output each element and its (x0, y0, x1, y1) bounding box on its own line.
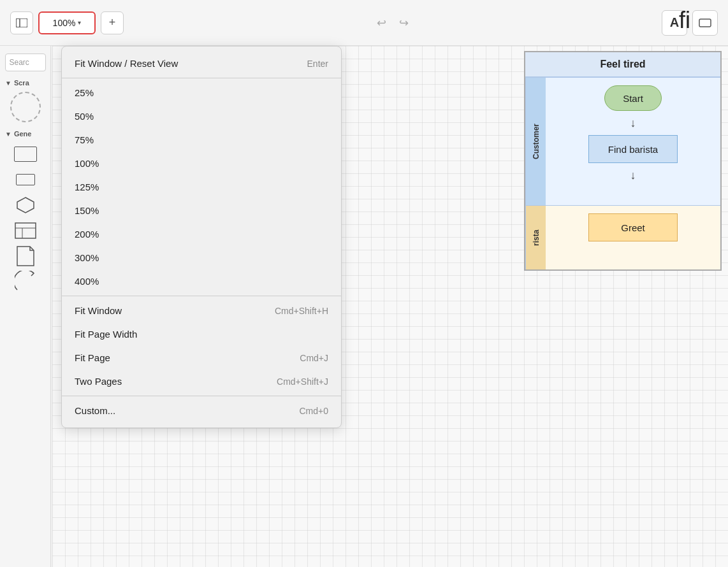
rectangle-sm-shape-icon (16, 174, 35, 185)
toolbar: 100% ▾ + ↩ ↪ fi A (0, 0, 728, 46)
diagram-title: Feel tired (525, 52, 720, 77)
swimlane-diagram: Feel tired Customer Start ↓ Find barista… (524, 51, 722, 271)
sidebar-shape-document[interactable] (10, 245, 41, 268)
sidebar-shape-hexagon[interactable] (10, 194, 41, 217)
customer-swimlane-row: Customer Start ↓ Find barista ↓ (525, 77, 720, 205)
zoom-chevron-icon: ▾ (78, 19, 81, 26)
general-label-text: Gene (14, 130, 32, 138)
zoom-menu-label-125: 125% (75, 182, 99, 192)
zoom-menu-item-25[interactable]: 25% (62, 81, 341, 104)
svg-marker-3 (17, 197, 34, 213)
barista-swimlane-label: rista (525, 206, 546, 269)
sidebar-toggle-button[interactable] (10, 11, 33, 34)
search-input[interactable]: Searc (5, 54, 46, 71)
zoom-menu-item-200[interactable]: 200% (62, 222, 341, 246)
sidebar: Searc ▼ Scra ▼ Gene (0, 46, 51, 567)
zoom-menu-item-fit-page[interactable]: Fit Page Cmd+J (62, 346, 341, 370)
sidebar-shape-rectangle[interactable] (10, 143, 41, 166)
arrow-down-2: ↓ (630, 169, 636, 181)
rectangle-shape-icon (14, 147, 37, 162)
zoom-menu-label-200: 200% (75, 229, 99, 240)
svg-rect-4 (15, 223, 36, 238)
svg-rect-0 (16, 18, 20, 27)
text-tool-icon: A (670, 15, 679, 30)
undo-redo-group: ↩ ↪ (372, 13, 414, 32)
scratch-shape-dashed-circle[interactable] (10, 92, 41, 122)
scratch-section-label[interactable]: ▼ Scra (0, 76, 50, 89)
redo-button[interactable]: ↪ (394, 13, 414, 32)
sidebar-shape-table[interactable] (10, 219, 41, 242)
zoom-menu-label-fit-page-width: Fit Page Width (75, 329, 137, 340)
scratch-collapse-icon: ▼ (5, 80, 11, 87)
table-shape-icon (15, 222, 36, 239)
zoom-menu-label-50: 50% (75, 111, 94, 122)
zoom-menu-item-fit-page-width[interactable]: Fit Page Width (62, 322, 341, 346)
greet-node: Greet (588, 213, 678, 241)
zoom-menu-item-fit-window[interactable]: Fit Window Cmd+Shift+H (62, 299, 341, 322)
fi-text: fi (679, 7, 690, 34)
dropdown-divider-1 (62, 78, 341, 78)
undo-icon: ↩ (377, 17, 386, 29)
zoom-menu-label-fit-page: Fit Page (75, 352, 110, 363)
zoom-menu-label-two-pages: Two Pages (75, 376, 122, 387)
zoom-menu-item-150[interactable]: 150% (62, 199, 341, 222)
undo-button[interactable]: ↩ (372, 13, 391, 32)
redo-icon: ↪ (399, 17, 409, 29)
barista-swimlane-content: Greet (546, 206, 720, 269)
zoom-dropdown-button[interactable]: 100% ▾ (38, 11, 96, 34)
zoom-menu-label-25: 25% (75, 87, 94, 98)
sidebar-shape-rectangle-sm[interactable] (10, 168, 41, 191)
zoom-menu-item-75[interactable]: 75% (62, 128, 341, 152)
zoom-menu-label-150: 150% (75, 205, 99, 216)
customer-swimlane-label: Customer (525, 78, 546, 205)
zoom-menu-shortcut-fit-window: Cmd+Shift+H (275, 306, 328, 316)
zoom-menu-item-two-pages[interactable]: Two Pages Cmd+Shift+J (62, 370, 341, 393)
zoom-value-label: 100% (53, 18, 76, 28)
zoom-menu-label-fit-window: Fit Window (75, 305, 122, 316)
zoom-menu-shortcut-fit-page: Cmd+J (300, 353, 328, 363)
zoom-menu-item-50[interactable]: 50% (62, 104, 341, 128)
dropdown-divider-2 (62, 296, 341, 296)
arrow-down-1: ↓ (630, 117, 636, 129)
zoom-menu-item-shortcut: Enter (307, 59, 328, 69)
zoom-menu-label-75: 75% (75, 134, 94, 145)
zoom-dropdown-menu: Fit Window / Reset View Enter 25% 50% 75… (61, 46, 342, 428)
zoom-menu-shortcut-custom: Cmd+0 (299, 406, 328, 416)
zoom-menu-label-custom: Custom... (75, 405, 115, 416)
shape-tool-button[interactable] (692, 10, 718, 36)
add-page-button[interactable]: + (101, 11, 124, 34)
zoom-menu-label-100: 100% (75, 158, 99, 169)
arc-shape-icon (15, 271, 36, 292)
scratch-label-text: Scra (14, 79, 29, 87)
add-page-icon: + (109, 16, 116, 29)
dropdown-divider-3 (62, 396, 341, 396)
zoom-menu-item-label: Fit Window / Reset View (75, 58, 178, 69)
zoom-menu-item-100[interactable]: 100% (62, 152, 341, 175)
start-node: Start (604, 85, 662, 111)
svg-rect-2 (699, 19, 711, 27)
zoom-menu-shortcut-two-pages: Cmd+Shift+J (277, 377, 328, 387)
customer-swimlane-content: Start ↓ Find barista ↓ (546, 78, 720, 205)
search-placeholder-text: Searc (10, 58, 29, 67)
find-barista-node: Find barista (588, 135, 678, 163)
general-collapse-icon: ▼ (5, 131, 11, 138)
barista-swimlane-row: rista Greet (525, 205, 720, 269)
zoom-menu-label-400: 400% (75, 276, 99, 287)
svg-rect-1 (16, 18, 27, 27)
zoom-menu-item-custom[interactable]: Custom... Cmd+0 (62, 399, 341, 422)
zoom-menu-item-125[interactable]: 125% (62, 175, 341, 199)
hexagon-shape-icon (16, 197, 35, 213)
document-shape-icon (17, 246, 34, 266)
general-section-label[interactable]: ▼ Gene (0, 127, 50, 140)
sidebar-shape-arc[interactable] (10, 270, 41, 293)
zoom-menu-item-300[interactable]: 300% (62, 246, 341, 269)
zoom-menu-item-fit-window-reset[interactable]: Fit Window / Reset View Enter (62, 52, 341, 75)
zoom-menu-item-400[interactable]: 400% (62, 269, 341, 293)
zoom-menu-label-300: 300% (75, 252, 99, 263)
